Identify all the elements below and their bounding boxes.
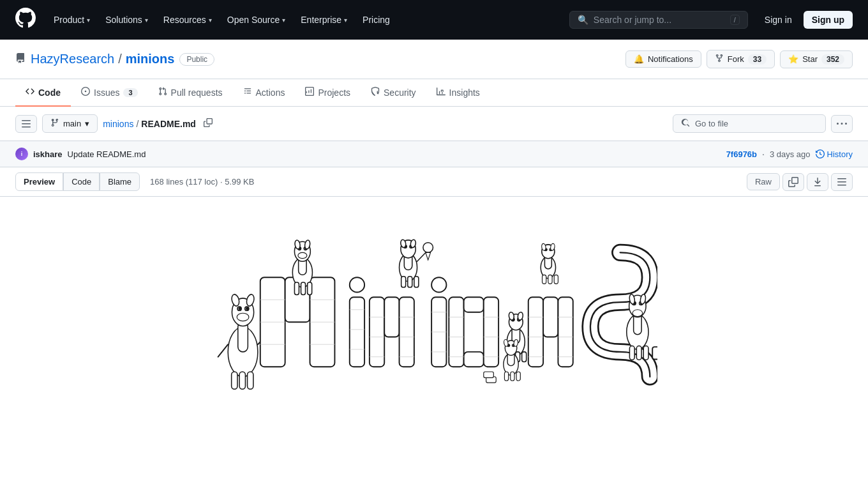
breadcrumb-separator: / — [118, 52, 122, 66]
svg-rect-37 — [350, 297, 364, 367]
svg-rect-34 — [294, 282, 299, 294]
svg-rect-138 — [516, 372, 520, 381]
tab-code-label: Code — [38, 88, 61, 98]
fork-button[interactable]: Fork 33 — [707, 50, 775, 68]
svg-point-33 — [298, 252, 307, 258]
bell-icon: 🔔 — [634, 54, 644, 64]
avatar: i — [15, 148, 28, 160]
file-toolbar-left: Preview Code Blame 168 lines (117 loc) ·… — [15, 172, 747, 191]
svg-rect-93 — [528, 297, 543, 367]
code-tab[interactable]: Code — [63, 172, 100, 191]
nav-solutions-label: Solutions — [105, 15, 142, 25]
tab-issues-label: Issues — [94, 88, 119, 98]
tab-pull-requests[interactable]: Pull requests — [148, 79, 233, 107]
commit-message: Update README.md — [68, 149, 146, 159]
svg-rect-140 — [484, 372, 494, 377]
copy-raw-button[interactable] — [782, 173, 804, 191]
history-button[interactable]: History — [816, 149, 853, 159]
svg-rect-72 — [464, 297, 484, 312]
product-chevron-icon: ▾ — [87, 17, 90, 24]
svg-rect-43 — [384, 297, 399, 337]
repo-tabs: Code Issues 3 Pull requests Actions Proj… — [0, 79, 868, 107]
nav-solutions[interactable]: Solutions ▾ — [103, 12, 151, 27]
repo-name-link[interactable]: minions — [126, 52, 175, 66]
tab-projects[interactable]: Projects — [295, 79, 361, 107]
svg-rect-136 — [504, 372, 508, 381]
svg-rect-35 — [301, 282, 306, 294]
tab-insights[interactable]: Insights — [426, 79, 490, 107]
github-logo[interactable] — [15, 8, 36, 32]
commit-hash-link[interactable]: 7f6976b — [726, 149, 757, 159]
preview-tab[interactable]: Preview — [15, 172, 63, 191]
tab-issues[interactable]: Issues 3 — [71, 79, 148, 107]
file-parent-link[interactable]: minions — [103, 119, 133, 129]
pr-icon — [158, 87, 167, 98]
open-source-chevron-icon: ▾ — [282, 17, 285, 24]
search-bar[interactable]: 🔍 Search or jump to... / — [569, 11, 748, 29]
raw-button[interactable]: Raw — [747, 173, 780, 190]
repo-owner-link[interactable]: HazyResearch — [31, 52, 114, 66]
svg-point-61 — [423, 243, 433, 253]
nav-open-source[interactable]: Open Source ▾ — [225, 12, 288, 27]
svg-rect-65 — [414, 277, 419, 287]
more-options-button[interactable] — [831, 115, 853, 133]
nav-enterprise[interactable]: Enterprise ▾ — [298, 12, 350, 27]
file-header-left: main ▾ minions / README.md — [15, 114, 668, 133]
svg-rect-141 — [652, 347, 657, 359]
svg-marker-62 — [426, 252, 431, 260]
file-path: minions / README.md — [103, 119, 196, 129]
sidebar-toggle-button[interactable] — [15, 115, 37, 133]
insights-icon — [437, 87, 445, 98]
repo-header-left: HazyResearch / minions Public — [15, 52, 214, 66]
tab-security[interactable]: Security — [361, 79, 426, 107]
file-name: README.md — [141, 119, 196, 129]
go-to-file-button[interactable]: Go to file — [673, 114, 826, 133]
star-count: 352 — [821, 54, 844, 65]
star-button[interactable]: ⭐ Star 352 — [780, 50, 853, 68]
download-button[interactable] — [807, 173, 828, 191]
copy-path-button[interactable] — [201, 117, 215, 130]
branch-chevron-icon: ▾ — [85, 119, 89, 128]
branch-selector[interactable]: main ▾ — [42, 114, 98, 133]
nav-resources[interactable]: Resources ▾ — [161, 12, 214, 27]
file-toolbar: Preview Code Blame 168 lines (117 loc) ·… — [0, 167, 868, 197]
notifications-button[interactable]: 🔔 Notifications — [625, 50, 701, 68]
file-header-bar: main ▾ minions / README.md Go to file — [0, 107, 868, 141]
svg-point-9 — [237, 313, 249, 321]
svg-rect-94 — [543, 297, 558, 337]
commit-author-link[interactable]: iskhare — [33, 149, 63, 159]
svg-rect-44 — [400, 297, 414, 367]
issues-count-badge: 3 — [123, 88, 137, 97]
nav-product-label: Product — [54, 15, 84, 25]
svg-rect-36 — [308, 282, 312, 294]
svg-rect-92 — [522, 352, 527, 362]
signin-button[interactable]: Sign in — [758, 11, 798, 28]
nav-product[interactable]: Product ▾ — [51, 12, 93, 27]
svg-rect-137 — [511, 372, 514, 381]
tab-pr-label: Pull requests — [171, 88, 223, 98]
tab-code[interactable]: Code — [15, 79, 71, 107]
signup-button[interactable]: Sign up — [804, 11, 853, 29]
search-icon — [681, 118, 690, 129]
nav-resources-label: Resources — [163, 15, 206, 25]
svg-rect-73 — [464, 352, 484, 367]
file-meta: 168 lines (117 loc) · 5.99 KB — [150, 177, 254, 187]
svg-point-7 — [230, 293, 240, 307]
tab-actions[interactable]: Actions — [233, 79, 296, 107]
svg-line-13 — [218, 344, 228, 356]
top-nav: Product ▾ Solutions ▾ Resources ▾ Open S… — [0, 0, 868, 40]
history-label: History — [827, 149, 853, 159]
fork-icon — [715, 54, 724, 65]
svg-rect-125 — [636, 346, 641, 360]
go-to-file-label: Go to file — [695, 119, 728, 128]
blame-tab[interactable]: Blame — [100, 172, 140, 191]
tab-insights-label: Insights — [449, 88, 480, 98]
repo-actions: 🔔 Notifications Fork 33 ⭐ Star 352 — [625, 50, 853, 68]
fork-count: 33 — [748, 54, 767, 65]
tab-actions-label: Actions — [256, 88, 285, 98]
list-view-button[interactable] — [831, 173, 853, 191]
issues-icon — [81, 87, 90, 98]
auth-buttons: Sign in Sign up — [758, 11, 853, 29]
svg-rect-124 — [629, 346, 634, 360]
nav-pricing[interactable]: Pricing — [360, 12, 393, 27]
